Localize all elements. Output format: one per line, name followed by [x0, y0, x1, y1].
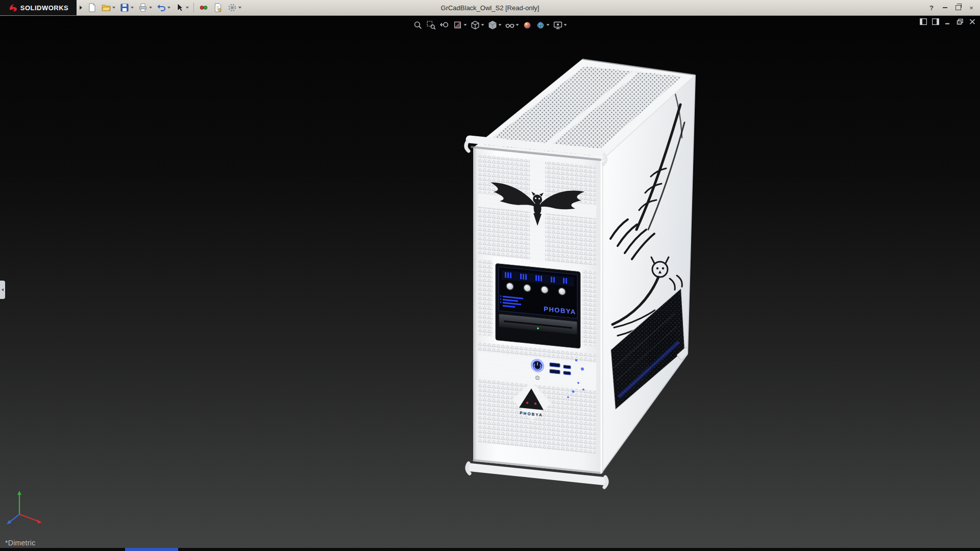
- solidworks-logo-icon: [8, 3, 18, 12]
- section-view-dropdown-arrow[interactable]: [464, 24, 467, 26]
- minimize-button[interactable]: [939, 3, 950, 13]
- solidworks-window: SOLIDWORKS: [0, 0, 980, 551]
- graphics-viewport[interactable]: PHOBYA: [0, 15, 980, 548]
- zoom-to-area-icon: [427, 20, 436, 30]
- view-settings-icon: [553, 20, 563, 30]
- taskbar-strip-accent: [125, 548, 178, 551]
- options-gear-icon: [227, 3, 237, 13]
- featuremanager-collapsed-tab[interactable]: [0, 281, 5, 299]
- open-button[interactable]: [100, 1, 117, 15]
- section-view-button[interactable]: [452, 18, 468, 32]
- save-icon: [119, 3, 130, 13]
- model-canvas[interactable]: PHOBYA: [0, 15, 980, 548]
- new-document-button[interactable]: [85, 1, 99, 15]
- help-button[interactable]: ?: [926, 3, 937, 13]
- hide-show-dropdown-arrow[interactable]: [516, 24, 519, 26]
- zoom-to-fit-button[interactable]: [412, 18, 424, 32]
- select-button[interactable]: [173, 1, 190, 15]
- menu-flyout-arrow[interactable]: [80, 6, 82, 10]
- view-orientation-label: *Dimetric: [5, 539, 35, 547]
- undo-dropdown-arrow[interactable]: [167, 7, 170, 9]
- quick-access-toolbar: [85, 1, 243, 15]
- close-button[interactable]: ×: [966, 3, 977, 13]
- save-dropdown-arrow[interactable]: [131, 7, 134, 9]
- undo-icon: [156, 3, 166, 13]
- rebuild-button[interactable]: [197, 1, 210, 15]
- section-view-icon: [453, 20, 463, 30]
- restore-icon: [955, 5, 961, 10]
- previous-view-icon: [440, 20, 450, 30]
- document-window-controls: [919, 17, 977, 26]
- pane-right-icon: [932, 18, 939, 25]
- new-document-icon: [87, 3, 97, 13]
- display-style-button[interactable]: [487, 18, 503, 32]
- taskbar-strip[interactable]: [0, 548, 980, 551]
- file-properties-icon: [213, 3, 223, 13]
- zoom-to-fit-icon: [413, 20, 423, 30]
- restore-button[interactable]: [952, 3, 964, 13]
- window-titlebar: SOLIDWORKS: [0, 0, 980, 16]
- edit-appearance-icon: [523, 20, 532, 30]
- doc-restore-icon: [957, 18, 964, 25]
- view-settings-dropdown-arrow[interactable]: [564, 24, 567, 26]
- lcd-fan-controller: PHOBYA: [496, 263, 580, 348]
- doc-minimize-icon: [944, 18, 951, 25]
- reset-button[interactable]: [536, 376, 540, 380]
- pane-left-icon: [920, 18, 927, 25]
- open-folder-icon: [101, 3, 111, 13]
- previous-view-button[interactable]: [439, 18, 451, 32]
- doc-restore-button[interactable]: [955, 17, 965, 26]
- toolbar-separator: [193, 3, 194, 13]
- rebuild-icon: [199, 3, 209, 13]
- model-front-panel: PHOBYA: [473, 148, 601, 474]
- view-orientation-button[interactable]: [470, 18, 485, 32]
- hide-show-items-button[interactable]: [504, 18, 520, 32]
- window-controls: ? ×: [926, 3, 980, 13]
- doc-close-icon: [969, 18, 976, 25]
- doc-close-button[interactable]: [968, 17, 977, 26]
- display-style-icon: [488, 20, 498, 30]
- apply-scene-icon: [536, 20, 546, 30]
- undo-button[interactable]: [155, 1, 172, 15]
- print-dropdown-arrow[interactable]: [149, 7, 152, 9]
- pane-right-button[interactable]: [931, 17, 940, 26]
- reference-triad: [5, 488, 51, 529]
- select-cursor-icon: [175, 3, 185, 13]
- heads-up-view-toolbar: [412, 18, 568, 32]
- view-orientation-icon: [471, 20, 480, 30]
- save-button[interactable]: [118, 1, 135, 15]
- file-properties-button[interactable]: [211, 1, 225, 15]
- pane-left-button[interactable]: [919, 17, 928, 26]
- view-settings-button[interactable]: [552, 18, 568, 32]
- options-dropdown-arrow[interactable]: [238, 7, 241, 9]
- print-button[interactable]: [136, 1, 154, 15]
- expand-pane-arrow-icon: [2, 288, 4, 291]
- display-style-dropdown-arrow[interactable]: [499, 24, 502, 26]
- apply-scene-button[interactable]: [535, 18, 551, 32]
- options-button[interactable]: [226, 1, 243, 15]
- view-orientation-dropdown-arrow[interactable]: [481, 24, 484, 26]
- open-dropdown-arrow[interactable]: [112, 7, 115, 9]
- doc-minimize-button[interactable]: [943, 17, 952, 26]
- select-dropdown-arrow[interactable]: [186, 7, 189, 9]
- solidworks-logo: SOLIDWORKS: [0, 0, 77, 15]
- hide-show-items-icon: [505, 20, 515, 30]
- brand-text: SOLIDWORKS: [20, 4, 69, 12]
- document-title: GrCadBlack_Owl_S2 [Read-only]: [441, 4, 540, 12]
- minimize-icon: [943, 7, 947, 8]
- print-icon: [138, 3, 148, 13]
- edit-appearance-button[interactable]: [522, 18, 533, 32]
- apply-scene-dropdown-arrow[interactable]: [547, 24, 550, 26]
- zoom-to-area-button[interactable]: [426, 18, 437, 32]
